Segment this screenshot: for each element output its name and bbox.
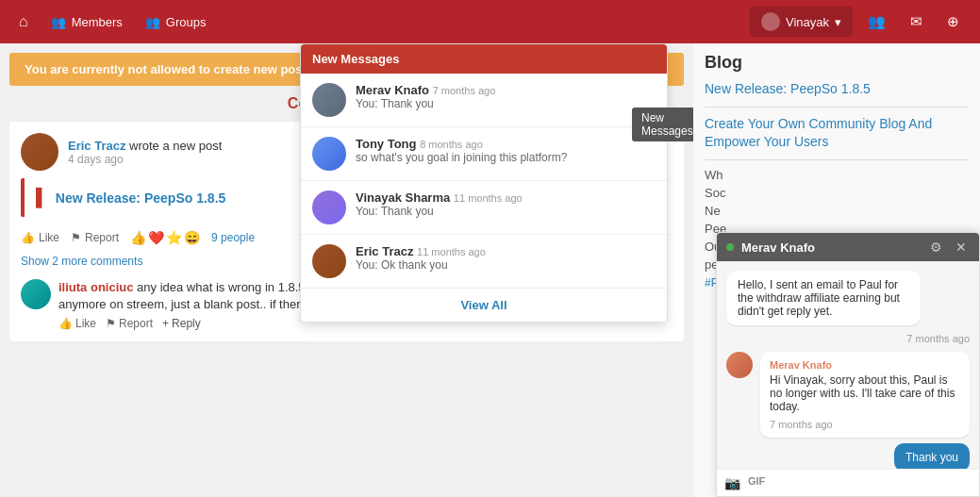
chat-reply-author: Merav Knafo <box>770 359 960 371</box>
chat-header: Merav Knafo ⚙ ✕ <box>717 233 979 261</box>
sidebar-soc: Soc <box>705 186 969 200</box>
msg-content-2: Tony Tong 8 months ago so what's you goa… <box>356 137 656 164</box>
report-icon: ⚑ <box>106 317 116 330</box>
emoji-thumbs: 👍 <box>130 230 146 245</box>
thumbs-up-icon: 👍 <box>21 231 35 244</box>
msg-content-1: Merav Knafo 7 months ago You: Thank you <box>356 83 656 110</box>
home-button[interactable]: ⌂ <box>9 6 38 38</box>
chat-reply-bubble: Merav Knafo Hi Vinayak, sorry about this… <box>760 352 970 438</box>
groups-icon: 👥 <box>145 15 160 29</box>
new-release-sidebar-link[interactable]: New Release: PeepSo 1.8.5 <box>705 80 969 99</box>
post-time: 4 days ago <box>68 153 222 166</box>
new-release-text: New Release: PeepSo 1.8.5 <box>56 191 226 206</box>
message-item-3[interactable]: Vinayak Sharma 11 months ago You: Thank … <box>301 181 667 235</box>
msg-preview-2: so what's you goal in joining this platf… <box>356 151 610 164</box>
chat-settings-button[interactable]: ⚙ <box>927 240 945 255</box>
plus-icon: + <box>162 317 169 330</box>
emoji-heart: ❤️ <box>148 230 164 245</box>
members-icon: 👥 <box>51 15 66 29</box>
view-all-button[interactable]: View All <box>301 289 667 322</box>
msg-preview-4: You: Ok thank you <box>356 258 610 272</box>
msg-name-3: Vinayak Sharma 11 months ago <box>356 191 656 205</box>
chat-sent-bubble: Thank you <box>894 443 970 469</box>
chat-popup: Merav Knafo ⚙ ✕ Hello, I sent an email t… <box>716 232 980 497</box>
msg-preview-3: You: Thank you <box>356 205 610 218</box>
groups-label: Groups <box>166 15 207 29</box>
user-avatar-small <box>761 12 780 31</box>
main-layout: You are currently not allowed to create … <box>0 43 980 497</box>
chat-footer: 📷 GIF <box>717 469 979 496</box>
notifications-button[interactable]: ⊕ <box>936 6 971 38</box>
emoji-star: ⭐ <box>166 230 182 245</box>
message-item-2[interactable]: Tony Tong 8 months ago so what's you goa… <box>301 127 667 181</box>
msg-name-4: Eric Tracz 11 months ago <box>356 244 656 258</box>
post-author[interactable]: Eric Tracz <box>68 139 125 153</box>
msg-name-1: Merav Knafo 7 months ago <box>356 83 656 97</box>
chat-reply-avatar <box>726 352 753 378</box>
chat-body: Hello, I sent an email to Paul for the w… <box>717 261 979 469</box>
emoji-more: 😄 <box>184 230 200 245</box>
msg-content-4: Eric Tracz 11 months ago You: Ok thank y… <box>356 244 656 272</box>
nav-right-icons: 👥 ✉ ⊕ <box>856 6 971 38</box>
friend-requests-button[interactable]: 👥 <box>856 6 897 38</box>
messages-list: Merav Knafo 7 months ago You: Thank you … <box>301 74 667 289</box>
msg-name-2: Tony Tong 8 months ago <box>356 137 656 151</box>
msg-avatar-1 <box>312 83 346 117</box>
avatar <box>21 133 58 171</box>
chevron-down-icon: ▾ <box>835 15 841 29</box>
warning-text: You are currently not allowed to create … <box>25 62 313 76</box>
messages-button[interactable]: ✉ <box>899 6 934 38</box>
chat-reply-message: Merav Knafo Hi Vinayak, sorry about this… <box>726 352 970 438</box>
chat-reply-time: 7 months ago <box>770 419 960 430</box>
message-item-4[interactable]: Eric Tracz 11 months ago You: Ok thank y… <box>301 235 667 289</box>
user-dropdown[interactable]: Vinayak ▾ <box>750 7 853 37</box>
chat-system-message: Hello, I sent an email to Paul for the w… <box>726 271 921 325</box>
chat-system-time: 7 months ago <box>726 333 970 344</box>
sidebar-divider-2 <box>705 159 969 160</box>
people-count[interactable]: 9 people <box>211 231 255 244</box>
sidebar-ne: Ne <box>705 204 969 218</box>
commenter-avatar <box>21 279 51 309</box>
right-sidebar: Blog New Release: PeepSo 1.8.5 Create Yo… <box>693 43 980 497</box>
sidebar-divider-1 <box>705 107 969 108</box>
msg-avatar-3 <box>312 191 346 224</box>
top-navigation: ⌂ 👥 Members 👥 Groups Vinayak ▾ 👥 ✉ ⊕ <box>0 0 980 43</box>
groups-button[interactable]: 👥 Groups <box>136 8 216 37</box>
members-button[interactable]: 👥 Members <box>42 8 132 37</box>
like-button[interactable]: 👍 Like <box>21 231 59 244</box>
comment-author[interactable]: iliuta oniciuc <box>58 280 133 294</box>
red-bar-icon: ▌ <box>36 188 48 207</box>
online-indicator <box>726 243 734 251</box>
report-button[interactable]: ⚑ Report <box>71 231 119 244</box>
messages-header-title: New Messages <box>312 52 400 66</box>
center-area: You are currently not allowed to create … <box>0 43 693 497</box>
new-messages-badge: New Messages <box>632 108 693 141</box>
chat-footer-icons: 📷 GIF <box>724 475 765 490</box>
create-blog-link[interactable]: Create Your Own Community Blog And Empow… <box>705 115 969 152</box>
flag-icon: ⚑ <box>71 231 81 244</box>
msg-avatar-4 <box>312 244 346 278</box>
gif-icon[interactable]: GIF <box>748 475 765 490</box>
comment-like-button[interactable]: 👍 Like <box>58 317 96 330</box>
msg-content-3: Vinayak Sharma 11 months ago You: Thank … <box>356 191 656 218</box>
sidebar-wh: Wh <box>705 168 969 182</box>
chat-reply-text: Hi Vinayak, sorry about this, Paul is no… <box>770 373 955 413</box>
chat-sent-message: Thank you 6 months ago <box>726 443 970 469</box>
comment-reply-button[interactable]: + Reply <box>162 317 201 330</box>
post-meta: Eric Tracz wrote a new post 4 days ago <box>68 139 222 166</box>
chat-close-button[interactable]: ✕ <box>953 240 970 255</box>
post-action: wrote a new post <box>129 139 222 153</box>
username-label: Vinayak <box>786 15 829 29</box>
messages-dropdown: New Messages Merav Knafo 7 months ago Yo… <box>300 43 668 323</box>
messages-header: New Messages <box>301 44 667 74</box>
members-label: Members <box>72 15 123 29</box>
msg-preview-1: You: Thank you <box>356 97 610 110</box>
blog-section-title: Blog <box>705 53 969 73</box>
chat-contact-name: Merav Knafo <box>741 240 920 255</box>
msg-avatar-2 <box>312 137 346 171</box>
comment-report-button[interactable]: ⚑ Report <box>106 317 153 330</box>
emoji-reactions: 👍 ❤️ ⭐ 😄 <box>130 230 200 245</box>
like-icon: 👍 <box>58 317 73 330</box>
message-item-1[interactable]: Merav Knafo 7 months ago You: Thank you <box>301 74 667 127</box>
camera-icon[interactable]: 📷 <box>724 475 740 490</box>
